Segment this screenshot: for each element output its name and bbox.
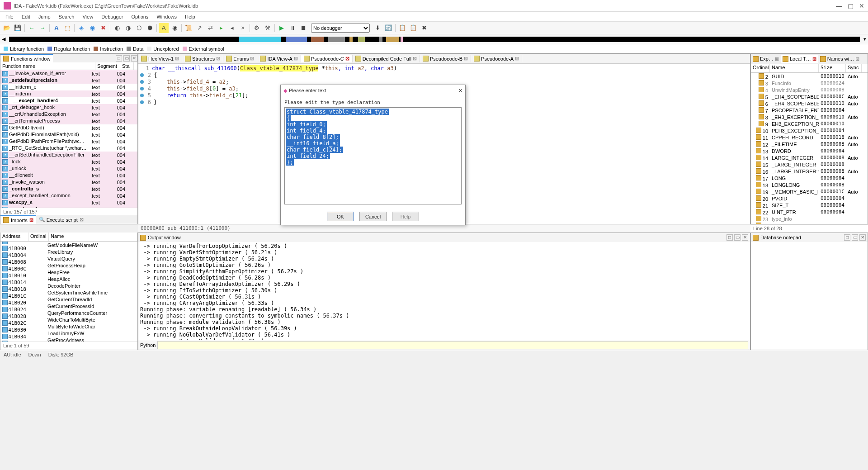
menu-file[interactable]: File xyxy=(2,13,17,20)
navigation-strip[interactable] xyxy=(9,37,860,42)
function-row[interactable]: f_invoke_watson.text004 xyxy=(0,179,137,185)
function-row[interactable]: f_lock.text004 xyxy=(0,158,137,165)
menu-windows[interactable]: Windows xyxy=(153,13,180,20)
dialog-close-button[interactable]: ✕ xyxy=(458,88,462,94)
script-close-icon[interactable]: ⊠ xyxy=(80,217,84,223)
function-row[interactable]: f__dllonexit.text004 xyxy=(0,172,137,179)
minimize-button[interactable]: — xyxy=(836,2,842,9)
cancel-button[interactable]: Cancel xyxy=(359,212,387,221)
text-a-button[interactable]: A xyxy=(159,23,169,33)
close-button[interactable]: ✕ xyxy=(859,2,864,9)
open-button[interactable]: 📂 xyxy=(2,23,12,33)
local-type-row[interactable]: 6_EH4_SCOPETABLE00000010Auto xyxy=(751,100,868,107)
local-type-row[interactable]: 22UINT_PTR00000004 xyxy=(751,209,868,215)
local-type-row[interactable]: 7PSCOPETABLE_ENTRY00000004 xyxy=(751,107,868,114)
local-type-row[interactable]: 24 xyxy=(751,222,868,224)
local-type-row[interactable]: 3FuncInfo00000024 xyxy=(751,80,868,86)
function-row[interactable]: f_crt_debugger_hook.text004 xyxy=(0,104,137,111)
python-input[interactable] xyxy=(157,341,748,349)
nav-fwd-button[interactable]: → xyxy=(38,23,47,33)
debugger-select[interactable]: No debugger xyxy=(311,24,370,33)
local-type-row[interactable]: 16_LARGE_INTEGER::$837…00000008Auto xyxy=(751,168,868,175)
local-type-row[interactable]: 20PVOID00000004 xyxy=(751,195,868,202)
local-type-row[interactable]: 5_EH4_SCOPETABLE_RECORD0000000CAuto xyxy=(751,93,868,100)
local-type-row[interactable]: 21SIZE_T00000004 xyxy=(751,202,868,209)
local-type-row[interactable]: 2GUID00000010Auto xyxy=(751,73,868,80)
tool3[interactable]: ✖ xyxy=(98,23,108,33)
function-row[interactable]: fGetPdbDll(void).text004 xyxy=(0,124,137,131)
dbg-tool4[interactable]: 📋 xyxy=(408,23,418,33)
local-type-row[interactable]: 13DWORD00000004 xyxy=(751,147,868,154)
local-type-row[interactable]: 4UnwindMapEntry00000008 xyxy=(751,86,868,93)
tab-hex-view-1[interactable]: Hex View-1⊠ xyxy=(138,55,182,62)
functions-list[interactable]: f__invoke_watson_if_error.text004f_setde… xyxy=(0,70,137,208)
local-types-list[interactable]: 2GUID00000010Auto 3FuncInfo00000024 4Unw… xyxy=(751,73,868,224)
tool6[interactable]: ⬡ xyxy=(134,23,144,33)
marker-button[interactable]: ◉ xyxy=(170,23,179,33)
right-tab[interactable]: Exp…⊠ xyxy=(751,55,781,63)
tab-ida-view-a[interactable]: IDA View-A⊠ xyxy=(257,55,301,62)
functions-header[interactable]: Function name Segment Sta xyxy=(0,62,137,70)
tool9[interactable]: ⇄ xyxy=(205,23,215,33)
tool8[interactable]: ↗ xyxy=(194,23,204,33)
functions-window-tab[interactable]: Functions window xyxy=(0,54,53,62)
tab-pseudocode-c[interactable]: Pseudocode-C⊠ xyxy=(301,55,353,62)
function-row[interactable]: f__initterm_e.text004 xyxy=(0,84,137,90)
tool10[interactable]: ▸ xyxy=(216,23,226,33)
local-type-row[interactable]: 17LONG00000004 xyxy=(751,175,868,181)
local-type-row[interactable]: 12_FILETIME00000008Auto xyxy=(751,141,868,147)
tool14[interactable]: ⚒ xyxy=(263,23,273,33)
tool13[interactable]: ⚙ xyxy=(252,23,262,33)
local-type-row[interactable]: 9EH3_EXCEPTION_REGIST…00000010 xyxy=(751,120,868,127)
imports-tab[interactable]: Imports ⊠ xyxy=(0,215,36,224)
menu-debugger[interactable]: Debugger xyxy=(98,13,127,20)
tool5[interactable]: ◑ xyxy=(123,23,133,33)
function-row[interactable]: fGetPdbDllFromInstallPath(void).text004 xyxy=(0,131,137,138)
imports-list[interactable]: 0041B000GetModuleFileNameW0041B004FreeLi… xyxy=(0,242,137,342)
tab-enums[interactable]: Enums⊠ xyxy=(223,55,257,62)
save-button[interactable]: 💾 xyxy=(13,23,23,33)
imports-header[interactable]: Address Ordinal Name xyxy=(0,233,137,242)
function-row[interactable]: f__initterm.text004 xyxy=(0,90,137,97)
imports-close-icon[interactable]: ⊠ xyxy=(29,217,33,223)
navigation-bar[interactable]: ◀ ▾ xyxy=(0,34,868,44)
notepad-controls[interactable]: □▭✕ xyxy=(844,234,866,241)
nav-right-icon[interactable]: ▾ xyxy=(863,36,866,42)
output-text[interactable]: -> running VarDefForLoopOptimizer ( 56.2… xyxy=(138,242,750,340)
type-declaration-input[interactable]: struct Class_vtable_417874_type{ int fie… xyxy=(284,107,462,204)
local-types-header[interactable]: Ordinal Name Size Sync xyxy=(751,64,868,73)
db-notepad-area[interactable] xyxy=(751,242,868,350)
run-button[interactable]: ▶ xyxy=(277,23,287,33)
local-type-row[interactable]: 23type_info xyxy=(751,215,868,222)
tab-decompiled-code-full[interactable]: Decompiled Code Full⊠ xyxy=(353,55,420,62)
help-button[interactable]: Help xyxy=(392,212,419,221)
dbg-tool5[interactable]: ✖ xyxy=(419,23,429,33)
dbg-tool3[interactable]: 📋 xyxy=(397,23,407,33)
tool11[interactable]: ◂ xyxy=(227,23,237,33)
menu-search[interactable]: Search xyxy=(55,13,78,20)
function-row[interactable]: fGetPdbDllPathFromFilePath(wchar_t cons…… xyxy=(0,138,137,145)
maximize-button[interactable]: ▢ xyxy=(848,2,854,9)
tool12[interactable]: × xyxy=(238,23,248,33)
menu-help[interactable]: Help xyxy=(181,13,199,20)
dbg-tool1[interactable]: ⬇ xyxy=(373,23,382,33)
local-type-row[interactable]: 14LARGE_INTEGER00000008Auto xyxy=(751,154,868,161)
right-tab[interactable]: Names wi…⊠ xyxy=(818,55,861,63)
right-tab[interactable]: Local T…⊠ xyxy=(781,55,818,63)
local-type-row[interactable]: 19_MEMORY_BASIC_INFORM…0000001CAuto xyxy=(751,188,868,195)
nav-left-icon[interactable]: ◀ xyxy=(2,36,5,42)
function-row[interactable]: f__crtTerminateProcess.text004 xyxy=(0,118,137,124)
text-button[interactable]: A xyxy=(52,23,61,33)
menu-options[interactable]: Options xyxy=(127,13,152,20)
local-type-row[interactable]: 10PEH3_EXCEPTION_REGIS…00000004 xyxy=(751,127,868,134)
tab-structures[interactable]: Structures⊠ xyxy=(182,55,223,62)
function-row[interactable]: f__crtUnhandledException.text004 xyxy=(0,111,137,118)
dbg-tool2[interactable]: 🔄 xyxy=(383,23,393,33)
stop-button[interactable]: ⏹ xyxy=(298,23,308,33)
function-row[interactable]: f_except_handler4_common.text004 xyxy=(0,192,137,199)
local-type-row[interactable]: 18LONGLONG00000008 xyxy=(751,181,868,188)
function-row[interactable]: f_RTC_GetSrcLine(uchar *,wchar_t *,ulon…… xyxy=(0,145,137,152)
function-row[interactable]: f __except_handler4.text004 xyxy=(0,97,137,104)
pause-button[interactable]: ⏸ xyxy=(288,23,297,33)
local-type-row[interactable]: 8_EH3_EXCEPTION_REGIS…00000010Auto xyxy=(751,114,868,120)
